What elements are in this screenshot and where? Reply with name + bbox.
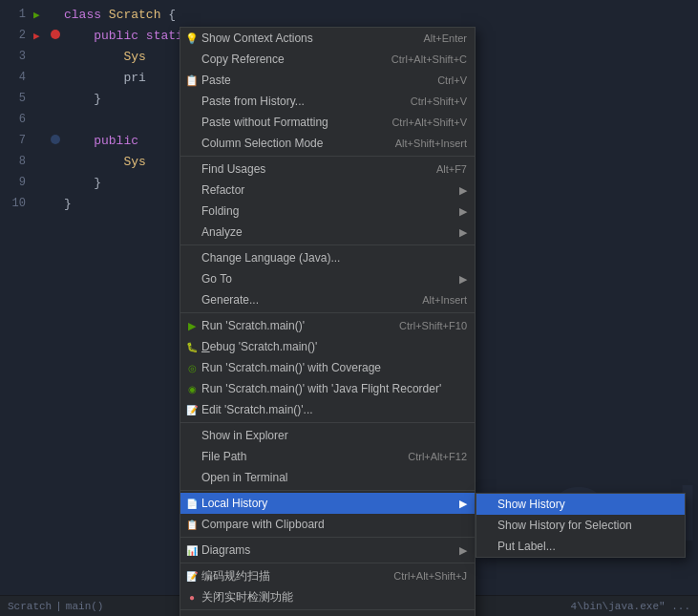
separator-8 [180, 609, 475, 610]
menu-item-open-terminal[interactable]: Open in Terminal [180, 467, 475, 488]
separator-3 [180, 312, 475, 313]
status-scratch: Scratch [8, 601, 52, 612]
menu-item-run-coverage[interactable]: ◎ Run 'Scratch.main()' with Coverage [180, 357, 475, 378]
menu-item-show-explorer[interactable]: Show in Explorer [180, 425, 475, 446]
menu-item-refactor[interactable]: Refactor ▶ [180, 180, 475, 201]
compare-clipboard-icon: 📋 [184, 520, 200, 530]
menu-item-code-rules[interactable]: 📝 编码规约扫描 Ctrl+Alt+Shift+J [180, 565, 475, 586]
menu-item-debug-main[interactable]: 🐛 Debug 'Scratch.main()' [180, 336, 475, 357]
edit-main-icon: 📝 [184, 405, 200, 415]
menu-item-paste-history[interactable]: Paste from History... Ctrl+Shift+V [180, 91, 475, 112]
menu-item-show-context-actions[interactable]: 💡 Show Context Actions Alt+Enter [180, 28, 475, 49]
menu-item-file-path[interactable]: File Path Ctrl+Alt+F12 [180, 446, 475, 467]
menu-item-generate[interactable]: Generate... Alt+Insert [180, 289, 475, 310]
menu-item-find-usages[interactable]: Find Usages Alt+F7 [180, 159, 475, 180]
menu-item-local-history[interactable]: 📄 Local History ▶ Show History Show Hist… [180, 493, 475, 514]
menu-item-go-to[interactable]: Go To ▶ [180, 268, 475, 289]
submenu-put-label[interactable]: Put Label... [476, 536, 685, 557]
submenu-show-history-selection[interactable]: Show History for Selection [476, 515, 685, 536]
code-line-1: 1 ▶ class Scratch { [0, 4, 698, 25]
menu-item-edit-main[interactable]: 📝 Edit 'Scratch.main()'... [180, 399, 475, 420]
menu-item-copy-reference[interactable]: Copy Reference Ctrl+Alt+Shift+C [180, 49, 475, 70]
run-coverage-icon: ◎ [184, 363, 200, 373]
separator-2 [180, 244, 475, 245]
debug-icon: 🐛 [184, 342, 200, 352]
menu-item-analyze[interactable]: Analyze ▶ [180, 222, 475, 243]
close-monitor-icon: ● [184, 592, 200, 603]
separator-6 [180, 537, 475, 538]
menu-item-run-main[interactable]: ▶ Run 'Scratch.main()' Ctrl+Shift+F10 [180, 315, 475, 336]
menu-item-close-monitor[interactable]: ● 关闭实时检测功能 [180, 586, 475, 607]
menu-item-folding[interactable]: Folding ▶ [180, 201, 475, 222]
submenu-local-history: Show History Show History for Selection … [476, 493, 686, 558]
separator-4 [180, 422, 475, 423]
menu-item-column-selection[interactable]: Column Selection Mode Alt+Shift+Insert [180, 133, 475, 154]
menu-item-run-jfr[interactable]: ◉ Run 'Scratch.main()' with 'Java Flight… [180, 378, 475, 399]
menu-item-paste[interactable]: 📋 Paste Ctrl+V [180, 70, 475, 91]
context-actions-icon: 💡 [184, 32, 200, 45]
submenu-show-history[interactable]: Show History [476, 494, 685, 515]
diagrams-icon: 📊 [184, 545, 200, 556]
run-icon: ▶ [184, 320, 200, 332]
menu-item-create-gist[interactable]: ⚫ Create Gist... [180, 612, 475, 616]
status-main: main() [66, 601, 104, 612]
menu-item-compare-clipboard[interactable]: 📋 Compare with Clipboard [180, 514, 475, 535]
code-rules-icon: 📝 [184, 571, 200, 582]
local-history-icon: 📄 [184, 499, 200, 509]
status-separator-1: | [55, 601, 62, 612]
paste-icon: 📋 [184, 74, 200, 87]
separator-7 [180, 563, 475, 563]
menu-item-diagrams[interactable]: 📊 Diagrams ▶ [180, 540, 475, 561]
menu-item-paste-no-format[interactable]: Paste without Formatting Ctrl+Alt+Shift+… [180, 112, 475, 133]
run-jfr-icon: ◉ [184, 384, 200, 394]
menu-item-change-language[interactable]: Change Language (Java)... [180, 247, 475, 268]
status-path: 4\bin\java.exe" ... [571, 601, 690, 612]
separator-5 [180, 490, 475, 491]
separator-1 [180, 156, 475, 157]
context-menu: 💡 Show Context Actions Alt+Enter Copy Re… [180, 27, 476, 616]
